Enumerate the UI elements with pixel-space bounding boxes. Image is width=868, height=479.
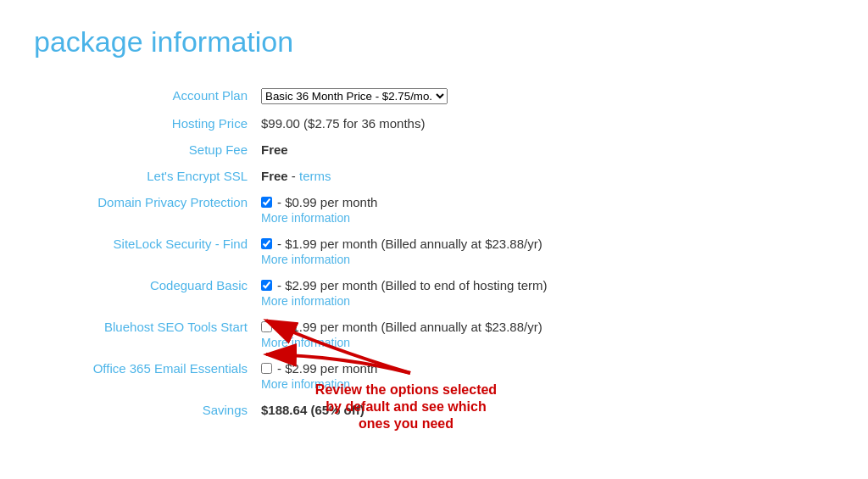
table-row: Let's Encrypt SSL Free - terms bbox=[34, 163, 554, 189]
codeguard-row: - $2.99 per month (Billed to end of host… bbox=[261, 278, 548, 292]
codeguard-checkbox[interactable] bbox=[261, 280, 272, 291]
account-plan-select[interactable]: Basic 36 Month Price - $2.75/mo. bbox=[261, 88, 448, 104]
domain-privacy-checkbox[interactable] bbox=[261, 197, 272, 208]
domain-privacy-text: - $0.99 per month bbox=[277, 195, 377, 209]
seo-tools-label: Bluehost SEO Tools Start bbox=[34, 314, 254, 355]
account-plan-value: Basic 36 Month Price - $2.75/mo. bbox=[254, 82, 554, 110]
codeguard-text: - $2.99 per month (Billed to end of host… bbox=[277, 278, 548, 292]
office365-more-info[interactable]: More information bbox=[261, 377, 548, 391]
office365-text: - $2.99 per month bbox=[277, 361, 377, 376]
seo-tools-value: - $1.99 per month (Billed annually at $2… bbox=[254, 314, 554, 355]
seo-tools-checkbox[interactable] bbox=[261, 321, 272, 332]
table-row: Account Plan Basic 36 Month Price - $2.7… bbox=[34, 82, 554, 110]
package-info-table: Account Plan Basic 36 Month Price - $2.7… bbox=[34, 82, 554, 423]
sitelock-label: SiteLock Security - Find bbox=[34, 231, 254, 272]
seo-tools-row: - $1.99 per month (Billed annually at $2… bbox=[261, 320, 548, 334]
codeguard-label: Codeguard Basic bbox=[34, 272, 254, 314]
ssl-free: Free bbox=[261, 169, 288, 183]
domain-privacy-value: - $0.99 per month More information bbox=[254, 189, 554, 231]
table-row: SiteLock Security - Find - $1.99 per mon… bbox=[34, 231, 554, 272]
page-title: package information bbox=[34, 25, 554, 58]
setup-fee-bold: Free bbox=[261, 142, 288, 157]
sitelock-text: - $1.99 per month (Billed annually at $2… bbox=[277, 237, 542, 251]
table-row: Hosting Price $99.00 ($2.75 for 36 month… bbox=[34, 110, 554, 136]
savings-bold: $188.64 (65% off) bbox=[261, 403, 364, 417]
ssl-label: Let's Encrypt SSL bbox=[34, 163, 254, 189]
codeguard-more-info[interactable]: More information bbox=[261, 294, 548, 308]
table-row: Setup Fee Free bbox=[34, 136, 554, 163]
hosting-price-label: Hosting Price bbox=[34, 110, 254, 136]
ssl-terms-link[interactable]: terms bbox=[299, 169, 331, 183]
office365-label: Office 365 Email Essentials bbox=[34, 355, 254, 397]
sitelock-more-info[interactable]: More information bbox=[261, 253, 548, 266]
savings-value: $188.64 (65% off) bbox=[254, 397, 554, 423]
account-plan-label: Account Plan bbox=[34, 82, 254, 110]
sitelock-row: - $1.99 per month (Billed annually at $2… bbox=[261, 237, 548, 251]
domain-privacy-label: Domain Privacy Protection bbox=[34, 189, 254, 231]
seo-tools-text: - $1.99 per month (Billed annually at $2… bbox=[277, 320, 542, 334]
seo-tools-more-info[interactable]: More information bbox=[261, 336, 548, 349]
hosting-price-value: $99.00 ($2.75 for 36 months) bbox=[254, 110, 554, 136]
table-row: Domain Privacy Protection - $0.99 per mo… bbox=[34, 189, 554, 231]
office365-row: - $2.99 per month bbox=[261, 361, 548, 376]
table-row: Codeguard Basic - $2.99 per month (Bille… bbox=[34, 272, 554, 314]
ssl-value: Free - terms bbox=[254, 163, 554, 189]
table-row: Savings $188.64 (65% off) bbox=[34, 397, 554, 423]
office365-checkbox[interactable] bbox=[261, 363, 272, 374]
sitelock-checkbox[interactable] bbox=[261, 238, 272, 249]
office365-value: - $2.99 per month More information bbox=[254, 355, 554, 397]
table-row: Office 365 Email Essentials - $2.99 per … bbox=[34, 355, 554, 397]
domain-privacy-row: - $0.99 per month bbox=[261, 195, 548, 209]
ssl-dash: - bbox=[292, 169, 299, 183]
codeguard-value: - $2.99 per month (Billed to end of host… bbox=[254, 272, 554, 314]
setup-fee-value: Free bbox=[254, 136, 554, 163]
setup-fee-label: Setup Fee bbox=[34, 136, 254, 163]
savings-label: Savings bbox=[34, 397, 254, 423]
domain-privacy-more-info[interactable]: More information bbox=[261, 211, 548, 225]
table-row: Bluehost SEO Tools Start - $1.99 per mon… bbox=[34, 314, 554, 355]
sitelock-value: - $1.99 per month (Billed annually at $2… bbox=[254, 231, 554, 272]
